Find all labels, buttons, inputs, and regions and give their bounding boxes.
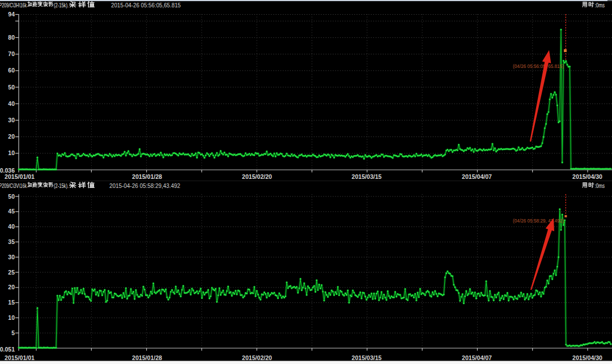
svg-text:45: 45	[8, 208, 15, 215]
svg-text:20: 20	[8, 284, 15, 290]
svg-text:0.036: 0.036	[0, 167, 15, 174]
svg-text:15: 15	[8, 299, 15, 306]
svg-text:2015/03/15: 2015/03/15	[352, 174, 382, 180]
svg-text:25: 25	[8, 269, 15, 276]
svg-text::0ms: :0ms	[595, 2, 605, 8]
svg-text:30: 30	[8, 117, 15, 123]
svg-text:35: 35	[8, 238, 15, 245]
svg-text:10: 10	[8, 314, 15, 321]
svg-text:50: 50	[8, 193, 15, 200]
svg-text:P209/C\3H\16k: P209/C\3H\16k	[0, 2, 27, 8]
svg-text:2015/01/01: 2015/01/01	[5, 174, 35, 180]
svg-text:50: 50	[8, 84, 15, 91]
svg-text:2015/01/01: 2015/01/01	[5, 355, 35, 361]
svg-text:2015/01/28: 2015/01/28	[132, 355, 162, 361]
svg-text::0ms: :0ms	[595, 182, 605, 189]
svg-text:(04/26 05:56:05, 65.815): (04/26 05:56:05, 65.815)	[513, 63, 564, 69]
svg-text:2015/04/07: 2015/04/07	[462, 174, 492, 180]
svg-text:20: 20	[8, 133, 15, 140]
svg-text:2015-04-26 05:58:29,43.492: 2015-04-26 05:58:29,43.492	[109, 182, 180, 189]
svg-text:2015/04/07: 2015/04/07	[462, 355, 492, 361]
svg-text:94: 94	[8, 11, 15, 18]
svg-text:2015/01/28: 2015/01/28	[132, 174, 162, 180]
svg-text:60: 60	[8, 67, 15, 74]
svg-text:70: 70	[8, 50, 15, 57]
svg-text:2015/02/20: 2015/02/20	[242, 355, 272, 361]
svg-text:(2-15k).: (2-15k).	[54, 182, 69, 189]
svg-text:2015/03/15: 2015/03/15	[352, 355, 382, 361]
svg-text:40: 40	[8, 223, 15, 230]
svg-text:40: 40	[8, 100, 15, 107]
svg-text:80: 80	[8, 34, 15, 41]
svg-text:(2-15k).: (2-15k).	[54, 2, 69, 8]
svg-text:2015-04-26 05:56:05,65.815: 2015-04-26 05:56:05,65.815	[111, 2, 181, 8]
svg-text:0.051: 0.051	[0, 346, 15, 353]
svg-text:P209/C\3V\16k: P209/C\3V\16k	[0, 182, 27, 189]
svg-text:(04/26 05:58:29, 43.492): (04/26 05:58:29, 43.492)	[513, 217, 564, 224]
svg-text:2015/04/30: 2015/04/30	[572, 174, 602, 180]
svg-text:10: 10	[8, 149, 15, 156]
svg-text:2015/04/30: 2015/04/30	[572, 355, 602, 361]
svg-text:2015/02/20: 2015/02/20	[242, 174, 272, 180]
svg-text:30: 30	[8, 254, 15, 260]
svg-text:5: 5	[11, 329, 15, 336]
